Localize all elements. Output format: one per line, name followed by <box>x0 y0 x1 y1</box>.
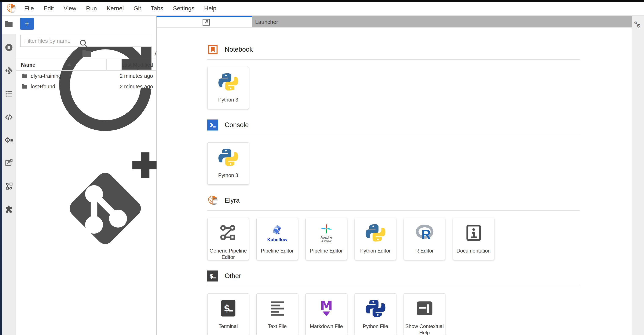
svg-text:M: M <box>320 298 332 313</box>
launcher-card-console-python3[interactable]: Python 3 <box>207 142 249 184</box>
launcher-card-text-file[interactable]: Text File <box>256 293 298 335</box>
card-icon-area <box>218 221 239 245</box>
section-divider <box>207 286 580 286</box>
file-last-modified: 2 minutes ago <box>120 84 156 90</box>
sidebar-item-git[interactable] <box>4 66 14 75</box>
filter-files-box <box>20 35 152 47</box>
running-icon <box>4 49 14 53</box>
text-file-icon <box>267 298 288 319</box>
launcher-section-notebook: NotebookPython 3 <box>207 44 624 109</box>
section-header-notebook: Notebook <box>207 44 624 56</box>
breadcrumb-root[interactable]: / <box>155 50 156 57</box>
documentation-icon <box>463 222 484 243</box>
jupyterlab-app: FileEditViewRunKernelGitTabsSettingsHelp… <box>0 0 644 335</box>
refresh-button[interactable] <box>44 144 166 147</box>
terminal-section-icon: $ <box>207 270 218 282</box>
section-title: Other <box>225 272 241 280</box>
launcher-card-python-editor[interactable]: Python Editor <box>354 218 396 260</box>
sidebar-item-runtimes[interactable]: ⚙ <box>4 135 14 145</box>
card-label: Markdown File <box>310 323 343 330</box>
file-row-elyra-training[interactable]: elyra-training2 minutes ago <box>16 71 156 81</box>
section-cards-other: $TerminalText FileMMarkdown FilePython F… <box>207 293 624 335</box>
generic-pipeline-icon <box>218 222 239 243</box>
left-activity-bar: ⚙ <box>2 16 16 335</box>
markdown-icon: M <box>316 298 337 319</box>
tab-bar: Launcher <box>156 16 632 28</box>
sidebar-item-runtime-images[interactable] <box>4 158 14 168</box>
launcher-card-documentation[interactable]: Documentation <box>453 218 494 260</box>
card-wordmark: Apache Airflow <box>316 236 336 244</box>
card-label: Documentation <box>456 248 490 254</box>
launcher-card-kubeflow-pipeline-editor[interactable]: KubeflowPipeline Editor <box>256 218 298 260</box>
section-cards-elyra: Generic Pipeline EditorKubeflowPipeline … <box>207 218 624 260</box>
section-title: Notebook <box>225 46 253 53</box>
launcher-card-airflow-pipeline-editor[interactable]: Apache AirflowPipeline Editor <box>306 218 347 260</box>
launcher-icon <box>160 17 252 27</box>
file-browser-toolbar: + <box>16 16 156 32</box>
main-dock-panel: Launcher NotebookPython 3ConsolePython 3… <box>156 16 632 335</box>
card-label: Generic Pipeline Editor <box>209 248 248 260</box>
git-clone-icon <box>44 267 166 270</box>
sidebar-item-table-of-contents[interactable] <box>4 89 14 98</box>
card-icon-area <box>218 146 239 169</box>
menu-item-settings[interactable]: Settings <box>168 2 199 15</box>
launcher-card-notebook-python3[interactable]: Python 3 <box>207 67 249 109</box>
notebook-section-icon <box>207 44 218 55</box>
section-header-elyra: Elyra <box>207 194 624 206</box>
new-launcher-button[interactable]: + <box>20 18 34 30</box>
property-inspector-button[interactable]: ⚙⚙ <box>634 20 642 29</box>
sidebar-item-extension-manager[interactable] <box>4 205 14 214</box>
file-last-modified: 2 minutes ago <box>120 73 156 79</box>
svg-text:$: $ <box>210 273 214 280</box>
breadcrumb: / <box>16 48 156 59</box>
launcher-card-r-editor[interactable]: RR Editor <box>404 218 445 260</box>
sidebar-item-file-browser[interactable] <box>4 20 14 29</box>
code-icon <box>4 119 14 122</box>
section-header-console: Console <box>207 119 624 131</box>
git-clone-button[interactable] <box>44 267 166 270</box>
sidebar-item-pipeline-components[interactable] <box>4 182 14 191</box>
menu-item-help[interactable]: Help <box>199 2 221 15</box>
gear-list-icon: ⚙ <box>4 142 14 145</box>
file-browser-panel: + / Name Last Modified elyra-training2 m… <box>16 16 156 335</box>
launcher-card-python-file[interactable]: Python File <box>354 293 396 335</box>
upload-button[interactable] <box>44 20 166 24</box>
card-icon-area <box>218 70 239 94</box>
section-divider <box>207 59 580 60</box>
launcher-card-terminal[interactable]: $Terminal <box>207 293 249 335</box>
file-name: elyra-training <box>31 73 120 79</box>
card-icon-area: M <box>316 296 337 320</box>
python-color-icon <box>218 147 239 168</box>
python-file-icon <box>365 298 386 319</box>
launcher-card-markdown-file[interactable]: MMarkdown File <box>306 293 347 335</box>
card-label: Text File <box>268 323 287 330</box>
folder-icon <box>20 48 153 59</box>
launcher-card-generic-pipeline-editor[interactable]: Generic Pipeline Editor <box>207 218 249 260</box>
card-wordmark: Kubeflow <box>267 237 287 242</box>
file-list-header: Name Last Modified <box>16 59 156 71</box>
column-name-label: Name <box>21 62 35 68</box>
card-label: R Editor <box>415 248 434 254</box>
card-label: Terminal <box>218 323 238 330</box>
card-icon-area: R <box>414 221 435 245</box>
list-icon <box>4 96 14 99</box>
launcher-card-contextual-help[interactable]: Show Contextual Help <box>404 293 445 335</box>
file-name: lost+found <box>31 84 120 90</box>
column-header-name[interactable]: Name <box>16 59 106 70</box>
elyra-logo <box>6 3 16 14</box>
sidebar-item-code-snippets[interactable] <box>4 112 14 122</box>
sidebar-item-running-sessions[interactable] <box>4 43 14 52</box>
file-list: elyra-training2 minutes agolost+found2 m… <box>16 71 156 92</box>
python-color-icon <box>365 222 386 243</box>
card-icon-area: Apache Airflow <box>316 221 336 245</box>
section-title: Elyra <box>225 197 240 204</box>
file-row-lost+found[interactable]: lost+found2 minutes ago <box>16 81 156 92</box>
card-label: Python File <box>362 323 388 330</box>
section-cards-notebook: Python 3 <box>207 67 624 109</box>
search-icon <box>18 38 149 49</box>
sort-asc-icon <box>35 59 103 70</box>
section-title: Console <box>225 121 249 129</box>
column-header-last-modified[interactable]: Last Modified <box>106 59 156 70</box>
components-icon <box>4 188 14 192</box>
tab-launcher[interactable]: Launcher <box>156 16 252 27</box>
